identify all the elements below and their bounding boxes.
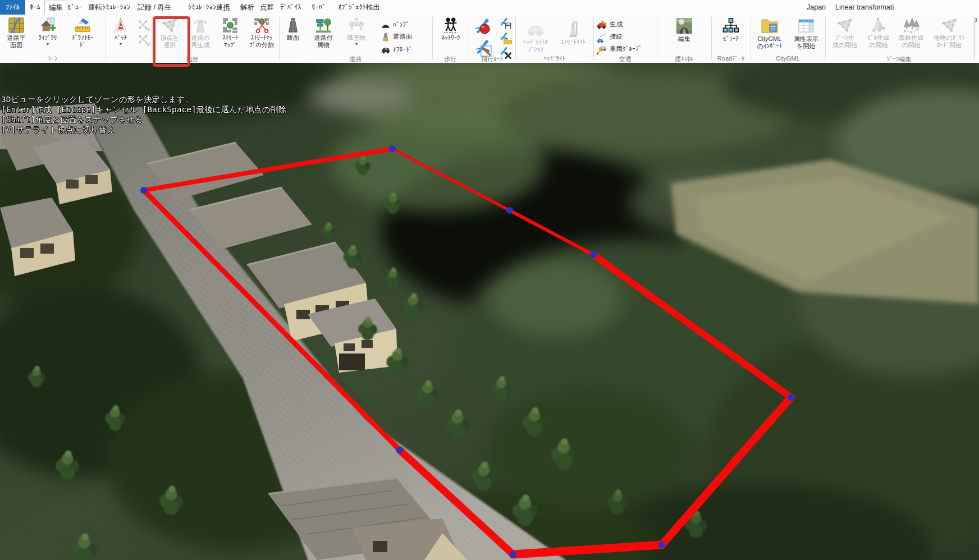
traffic-generate-icon: [596, 19, 607, 30]
group-label-road: 道路: [279, 55, 432, 63]
pedestrian-network-icon: [442, 17, 459, 34]
road-regenerate-icon: [192, 17, 209, 34]
tab-object-detection[interactable]: ｵﾌﾞｼﾞｪｸﾄ検出: [334, 1, 384, 13]
tab-home[interactable]: ﾎｰﾑ: [26, 1, 44, 13]
tab-device[interactable]: ﾃﾞﾊﾞｲｽ: [276, 1, 305, 13]
zone-edge: [400, 450, 513, 554]
citygml-import-button[interactable]: CityGML のｲﾝﾎﾟｰﾄ: [752, 17, 787, 50]
headlight-option-button[interactable]: ﾍｯﾄﾞﾗｲﾄｵ ﾌﾟｼｮﾝ: [517, 20, 554, 53]
traffic-connect-button[interactable]: 接続: [596, 31, 623, 43]
street-map-icon: [222, 17, 239, 34]
street-light-button[interactable]: ｽﾄﾘｰﾄﾗｲﾄ: [555, 20, 592, 46]
road-surface-icon: [381, 32, 391, 42]
zone-vertex[interactable]: [140, 187, 147, 194]
zone-vertex[interactable]: [590, 251, 597, 258]
viewport-3d[interactable]: 3Dビューをクリックしてゾーンの形を決定します。 [Enter]作成 [Esca…: [0, 63, 979, 560]
zone-edge: [662, 397, 791, 545]
zone-edge: [392, 149, 510, 210]
tab-analysis[interactable]: 解析: [236, 1, 258, 13]
application-window: ﾌｧｲﾙ ﾎｰﾑ 編集 ﾋﾞｭｰ 運転ｼﾐｭﾚｰｼｮﾝ 記録 / 再生 ｼﾐｭﾚ…: [0, 0, 979, 560]
library-button[interactable]: ﾗｲﾌﾞﾗﾘ ▼: [33, 17, 63, 47]
building-create-button[interactable]: ﾋﾞﾙ作成 の開始: [862, 17, 895, 49]
group-label-zone-edit: ｿﾞｰﾝ編集: [825, 55, 973, 63]
library-icon: [39, 17, 56, 34]
road-furniture-icon: [315, 17, 332, 34]
feature-download-button[interactable]: 地物のﾀﾞｳﾝ ﾛｰﾄﾞ開始: [927, 17, 971, 49]
zone-create-button[interactable]: ｿﾞｰﾝ作 成の開始: [829, 17, 861, 49]
chevron-down-icon[interactable]: ▼: [341, 42, 372, 47]
group-label-terrain: 地形: [106, 55, 279, 63]
zone-edge: [593, 255, 791, 397]
traffic-generate-button[interactable]: 生成: [596, 19, 623, 30]
citygml-import-icon: [761, 17, 779, 35]
pedestrian-network-button[interactable]: ﾈｯﾄﾜｰｸ: [433, 17, 468, 42]
patch-button[interactable]: ﾊﾟｯﾁ ▼: [108, 17, 134, 47]
road-plan-button[interactable]: 道路平 面図: [1, 17, 31, 49]
street-map-split-button[interactable]: ｽﾄﾘｰﾄﾏｯ ﾌﾟの分割: [245, 17, 278, 49]
offroad-button[interactable]: ｵﾌﾛｰﾄﾞ: [381, 43, 413, 55]
road-section-button[interactable]: 断面: [281, 17, 305, 42]
instruction-line: [Enter]作成 [Escape]キャンセル [BackSpace]最後に選ん…: [1, 104, 287, 114]
forest-create-button[interactable]: 森林作成 の開始: [895, 17, 927, 49]
road-data-viewer-button[interactable]: ﾋﾞｭｰｱ: [716, 17, 745, 43]
clipped-right-panel: ｽ: [974, 17, 979, 59]
offroad-icon: [381, 44, 391, 54]
building-create-icon: [870, 17, 887, 34]
flight-record-button[interactable]: [470, 17, 495, 38]
road-plan-icon: [8, 17, 25, 34]
chevron-down-icon[interactable]: ▼: [33, 42, 63, 47]
group-label-road-data: Roadﾃﾞｰﾀ: [711, 55, 751, 63]
vertex-select-button[interactable]: 頂点を 選択: [155, 17, 184, 49]
group-label-headlight: ﾍｯﾄﾞﾗｲﾄ: [515, 55, 593, 63]
forest-create-icon: [903, 17, 919, 34]
zone-create-icon: [836, 17, 853, 34]
transform-mode-label: Linear transformati: [835, 0, 979, 15]
road-furniture-button[interactable]: 道路付 属物: [308, 17, 339, 49]
headlight-option-icon: [527, 20, 545, 38]
region-label: Japan: [807, 0, 826, 15]
zone-edge: [144, 149, 392, 190]
vehicle-group-button[interactable]: 車両ｸﾞﾙｰﾌﾟ: [596, 43, 642, 55]
zone-vertex[interactable]: [788, 394, 794, 401]
vertex-delete-icon: [137, 33, 150, 46]
vertex-add-button[interactable]: [136, 18, 152, 32]
bump-button[interactable]: ﾊﾞﾝﾌﾟ: [381, 19, 409, 30]
flight-open-icon: [498, 31, 512, 45]
zone-vertex[interactable]: [389, 145, 396, 152]
instruction-line: 3Dビューをクリックしてゾーンの形を決定します。: [1, 94, 287, 104]
street-map-button[interactable]: ｽﾄﾘｰﾄ ﾏｯﾌﾟ: [215, 17, 245, 49]
road-regenerate-button[interactable]: 道路の 再生成: [186, 17, 214, 49]
zone-vertex[interactable]: [658, 541, 665, 548]
zone-vertex[interactable]: [396, 447, 403, 453]
flight-save-button[interactable]: [497, 17, 513, 31]
chevron-down-icon[interactable]: ▼: [108, 42, 134, 47]
flight-save-icon: [498, 17, 512, 30]
obstacle-button[interactable]: 障害物 ▼: [341, 17, 372, 47]
instruction-overlay: 3Dビューをクリックしてゾーンの形を決定します。 [Enter]作成 [Esca…: [1, 94, 287, 135]
street-light-icon: [564, 20, 582, 38]
tunnel-edit-icon: [675, 17, 693, 35]
tab-driving-simulation[interactable]: 運転ｼﾐｭﾚｰｼｮﾝ: [84, 1, 134, 13]
tab-file[interactable]: ﾌｧｲﾙ: [0, 0, 25, 15]
bump-icon: [381, 20, 391, 30]
group-label-walk: 歩行: [432, 55, 469, 63]
tab-view[interactable]: ﾋﾞｭｰ: [64, 1, 86, 13]
road-surface-button[interactable]: 道路面: [381, 31, 413, 43]
tunnel-edit-button[interactable]: 編集: [669, 17, 699, 43]
tab-point-cloud[interactable]: 点群: [256, 1, 278, 13]
road-section-icon: [285, 17, 301, 34]
tab-record-playback[interactable]: 記録 / 再生: [134, 1, 175, 13]
obstacle-icon: [348, 17, 365, 34]
draft-mode-button[interactable]: ﾄﾞﾗﾌﾄﾓｰ ﾄﾞ: [64, 17, 101, 49]
zone-vertex[interactable]: [506, 207, 513, 214]
tab-server[interactable]: ｻｰﾊﾞ: [308, 1, 330, 13]
flight-open-button[interactable]: [497, 31, 513, 45]
attribute-table-button[interactable]: 属性表示 を開始: [789, 17, 823, 50]
draft-mode-icon: [74, 17, 91, 34]
ribbon-toolbar: 道路平 面図 ﾗｲﾌﾞﾗﾘ ▼ ﾄﾞﾗﾌﾄﾓｰ ﾄﾞ ｼｰﾝ ﾊﾟｯﾁ ▼ 頂点…: [0, 15, 979, 63]
street-map-split-icon: [253, 17, 270, 34]
vertex-delete-button[interactable]: [136, 33, 152, 47]
tab-simulation-link[interactable]: ｼﾐｭﾚｰｼｮﾝ連携: [184, 1, 234, 13]
zone-vertex[interactable]: [510, 551, 516, 558]
vertex-add-icon: [137, 18, 150, 31]
